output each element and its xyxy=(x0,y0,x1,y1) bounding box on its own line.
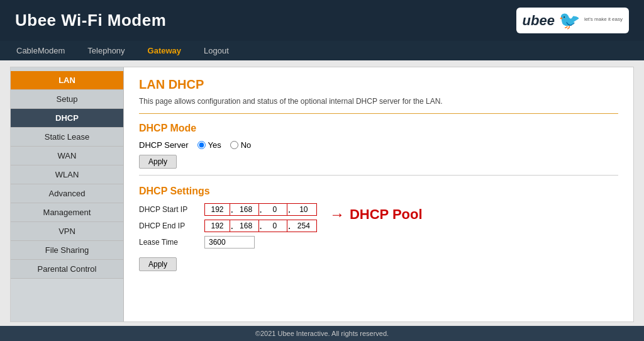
sidebar: LAN Setup DHCP Static Lease WAN WLAN Adv… xyxy=(11,67,124,321)
sidebar-item-management[interactable]: Management xyxy=(11,203,123,222)
dhcp-no-text: No xyxy=(241,140,252,150)
dhcp-end-ip-row: DHCP End IP . . . xyxy=(139,220,317,232)
sidebar-item-static-lease[interactable]: Static Lease xyxy=(11,128,123,147)
dhcp-settings-section-title: DHCP Settings xyxy=(139,186,618,197)
sidebar-item-parental-control[interactable]: Parental Control xyxy=(11,260,123,279)
nav-logout[interactable]: Logout xyxy=(192,41,240,60)
dhcp-mode-row: DHCP Server Yes No xyxy=(139,140,618,150)
dhcp-server-label: DHCP Server xyxy=(139,140,189,150)
logo-area: ubee 🐦 let's make it easy xyxy=(516,8,629,33)
dhcp-start-ip-label: DHCP Start IP xyxy=(139,205,202,214)
dhcp-mode-section-title: DHCP Mode xyxy=(139,123,618,134)
sidebar-item-setup[interactable]: Setup xyxy=(11,90,123,109)
sidebar-item-wlan[interactable]: WLAN xyxy=(11,165,123,184)
footer-text: ©2021 Ubee Interactive. All rights reser… xyxy=(255,330,389,337)
nav-gateway[interactable]: Gateway xyxy=(136,41,192,60)
logo-text: ubee xyxy=(523,13,555,29)
sidebar-item-file-sharing[interactable]: File Sharing xyxy=(11,241,123,260)
lease-time-label: Lease Time xyxy=(139,238,202,247)
dhcp-end-ip-c[interactable] xyxy=(262,220,287,232)
main-panel: LAN DHCP This page allows configuration … xyxy=(124,67,633,321)
lease-time-input[interactable] xyxy=(204,236,255,249)
dhcp-end-ip-b[interactable] xyxy=(234,220,259,232)
dhcp-end-ip-a[interactable] xyxy=(205,220,230,232)
lease-time-row: Lease Time xyxy=(139,236,317,249)
dhcp-mode-apply-button[interactable]: Apply xyxy=(139,155,177,169)
main-wrapper: LAN Setup DHCP Static Lease WAN WLAN Adv… xyxy=(0,60,644,326)
dhcp-yes-label[interactable]: Yes xyxy=(197,140,221,150)
nav-cablemodem[interactable]: CableModem xyxy=(5,41,76,60)
dhcp-settings-inputs: DHCP Start IP . . . DHCP En xyxy=(139,203,317,252)
dhcp-end-ip-label: DHCP End IP xyxy=(139,221,202,230)
nav-bar: CableModem Telephony Gateway Logout xyxy=(0,41,644,60)
sidebar-item-wan[interactable]: WAN xyxy=(11,147,123,165)
dhcp-no-label[interactable]: No xyxy=(230,140,252,150)
dhcp-start-ip-d[interactable] xyxy=(291,204,316,215)
top-header: Ubee Wi-Fi Modem ubee 🐦 let's make it ea… xyxy=(0,0,644,41)
dhcp-pool-label: DHCP Pool xyxy=(350,206,423,223)
logo-tagline: let's make it easy xyxy=(584,16,623,22)
content-area: LAN Setup DHCP Static Lease WAN WLAN Adv… xyxy=(10,67,634,322)
dhcp-start-ip-b[interactable] xyxy=(234,204,259,215)
dhcp-no-radio[interactable] xyxy=(230,141,238,149)
dhcp-settings-apply-button[interactable]: Apply xyxy=(139,257,177,271)
dhcp-yes-radio[interactable] xyxy=(197,141,206,149)
dhcp-start-ip-a[interactable] xyxy=(205,204,230,215)
arrow-icon: → xyxy=(330,206,345,223)
dhcp-start-ip-row: DHCP Start IP . . . xyxy=(139,203,317,216)
logo-bird-icon: 🐦 xyxy=(558,10,580,31)
dhcp-end-ip-d[interactable] xyxy=(291,220,316,232)
nav-telephony[interactable]: Telephony xyxy=(76,41,136,60)
logo-box: ubee 🐦 let's make it easy xyxy=(516,8,629,33)
dhcp-start-ip-group: . . . xyxy=(204,203,317,216)
sidebar-item-advanced[interactable]: Advanced xyxy=(11,184,123,203)
title-divider xyxy=(139,113,618,114)
sidebar-item-vpn[interactable]: VPN xyxy=(11,222,123,241)
page-title: LAN DHCP xyxy=(139,77,618,92)
dhcp-yes-text: Yes xyxy=(208,140,221,150)
dhcp-end-ip-group: . . . xyxy=(204,220,317,232)
app-title: Ubee Wi-Fi Modem xyxy=(15,11,166,30)
footer: ©2021 Ubee Interactive. All rights reser… xyxy=(0,326,644,341)
mode-divider xyxy=(139,175,618,176)
dhcp-pool-annotation: → DHCP Pool xyxy=(330,206,423,223)
sidebar-item-dhcp[interactable]: DHCP xyxy=(11,109,123,128)
page-description: This page allows configuration and statu… xyxy=(139,97,618,106)
dhcp-start-ip-c[interactable] xyxy=(262,204,287,215)
sidebar-item-lan[interactable]: LAN xyxy=(11,71,123,90)
